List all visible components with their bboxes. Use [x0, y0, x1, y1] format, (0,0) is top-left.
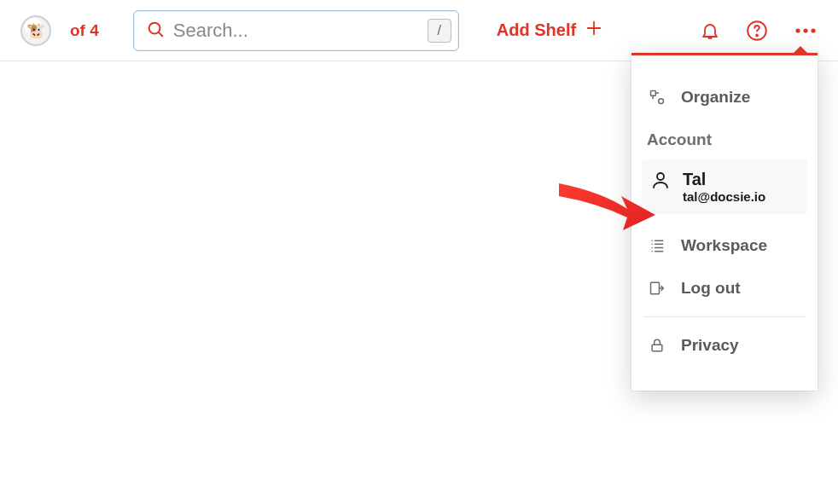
menu-divider: [643, 316, 806, 317]
svg-point-10: [659, 99, 664, 104]
svg-point-5: [756, 34, 758, 36]
svg-rect-21: [652, 345, 662, 351]
add-shelf-button[interactable]: Add Shelf: [497, 19, 603, 42]
logout-label: Log out: [681, 279, 741, 298]
privacy-label: Privacy: [681, 336, 739, 355]
help-icon[interactable]: [746, 20, 768, 42]
svg-point-7: [803, 28, 807, 32]
account-name: Tal: [683, 170, 765, 189]
plus-icon: [585, 19, 603, 42]
account-email: tal@docsie.io: [683, 189, 765, 204]
person-icon: [650, 170, 671, 194]
svg-point-11: [657, 173, 664, 180]
menu-item-account[interactable]: Tal tal@docsie.io: [642, 159, 807, 214]
avatar[interactable]: 🐮: [20, 15, 51, 46]
svg-point-6: [795, 28, 800, 32]
search-box[interactable]: /: [133, 10, 459, 51]
organize-icon: [647, 89, 667, 106]
bell-icon[interactable]: [700, 20, 720, 41]
top-icon-group: [700, 20, 818, 42]
account-section-label: Account: [631, 119, 818, 153]
svg-point-8: [811, 28, 815, 32]
search-icon: [146, 20, 165, 42]
more-menu-icon[interactable]: [794, 20, 818, 41]
organize-label: Organize: [681, 88, 750, 107]
svg-rect-20: [651, 282, 660, 293]
workspace-icon: [647, 237, 667, 254]
lock-icon: [647, 337, 667, 354]
more-menu-dropdown: Organize Account Tal tal@docsie.io: [631, 53, 818, 391]
logout-icon: [647, 280, 667, 297]
menu-item-privacy[interactable]: Privacy: [631, 324, 818, 367]
workspace-label: Workspace: [681, 236, 767, 255]
svg-line-1: [159, 32, 162, 35]
slash-shortcut-key: /: [428, 19, 451, 43]
search-input[interactable]: [173, 20, 428, 42]
page-counter: of 4: [70, 21, 99, 40]
menu-item-logout[interactable]: Log out: [631, 267, 818, 310]
svg-rect-9: [651, 91, 656, 96]
add-shelf-label: Add Shelf: [497, 20, 576, 40]
topbar: 🐮 of 4 / Add Shelf: [0, 0, 838, 61]
menu-item-workspace[interactable]: Workspace: [631, 224, 818, 267]
menu-item-organize[interactable]: Organize: [631, 76, 818, 119]
